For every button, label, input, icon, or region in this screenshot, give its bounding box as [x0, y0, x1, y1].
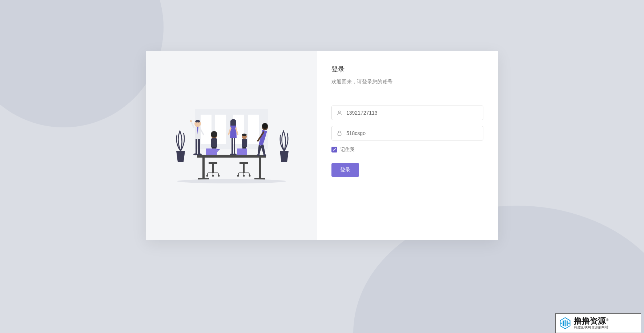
svg-rect-12	[196, 139, 197, 154]
svg-rect-1	[201, 115, 212, 144]
svg-rect-50	[338, 133, 341, 135]
svg-rect-23	[205, 155, 218, 155]
svg-point-45	[262, 123, 268, 129]
login-button[interactable]: 登录	[331, 163, 359, 177]
login-card: 登录 欢迎回来，请登录您的账号 记	[146, 51, 498, 240]
watermark-title: 撸撸资源	[574, 316, 606, 325]
svg-rect-37	[237, 148, 247, 155]
svg-point-43	[249, 175, 251, 177]
svg-point-27	[212, 175, 214, 177]
illustration-panel	[146, 51, 317, 240]
watermark-text-wrap: 撸撸资源® 白嫖互联网资源的网站	[574, 317, 608, 330]
svg-rect-13	[198, 139, 200, 154]
svg-rect-6	[202, 158, 205, 179]
password-input[interactable]	[331, 126, 483, 140]
svg-rect-25	[212, 164, 214, 173]
svg-rect-31	[234, 138, 235, 154]
svg-point-47	[263, 154, 266, 156]
svg-point-33	[233, 154, 237, 155]
svg-point-26	[206, 175, 208, 177]
password-group	[331, 126, 483, 140]
svg-point-14	[190, 120, 192, 122]
remember-label: 记住我	[340, 146, 354, 153]
svg-rect-40	[243, 164, 245, 173]
svg-rect-7	[259, 158, 261, 179]
svg-rect-38	[236, 155, 248, 155]
svg-rect-22	[206, 148, 217, 155]
svg-rect-35	[242, 139, 247, 147]
team-illustration	[170, 98, 293, 193]
remember-row: 记住我	[331, 146, 483, 153]
svg-point-46	[257, 154, 260, 156]
login-form-panel: 登录 欢迎回来，请登录您的账号 记	[317, 51, 498, 240]
username-input[interactable]	[331, 106, 483, 120]
svg-point-41	[237, 175, 239, 177]
svg-point-18	[211, 131, 217, 138]
svg-point-48	[177, 179, 286, 183]
svg-point-15	[193, 154, 198, 155]
svg-rect-24	[209, 162, 217, 164]
watermark-registered: ®	[606, 318, 608, 322]
login-title: 登录	[331, 65, 483, 74]
login-subtitle: 欢迎回来，请登录您的账号	[331, 79, 483, 85]
svg-rect-19	[211, 138, 217, 148]
svg-rect-30	[232, 138, 233, 154]
svg-rect-4	[248, 115, 259, 144]
svg-rect-39	[240, 162, 248, 164]
user-icon	[337, 110, 342, 116]
svg-point-16	[197, 154, 202, 155]
watermark-badge: 撸撸资源® 白嫖互联网资源的网站	[555, 313, 641, 333]
watermark-subtitle: 白嫖互联网资源的网站	[574, 325, 608, 330]
svg-point-28	[218, 175, 220, 177]
svg-point-42	[243, 175, 245, 177]
remember-checkbox[interactable]	[331, 147, 337, 152]
username-group	[331, 106, 483, 120]
watermark-logo-icon	[559, 317, 572, 330]
background-shape-top	[0, 0, 164, 127]
svg-point-49	[338, 111, 340, 113]
lock-icon	[337, 130, 342, 136]
